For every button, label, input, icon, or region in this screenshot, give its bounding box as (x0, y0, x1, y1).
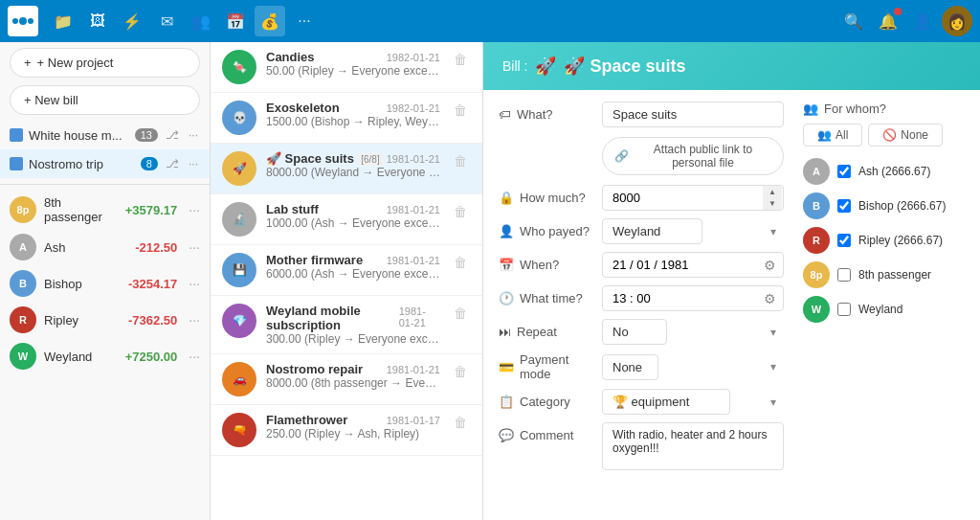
whom-checkbox-ripley[interactable] (837, 234, 851, 247)
repeat-wrapper: No Daily Weekly Monthly Yearly (602, 319, 784, 345)
bill-info-lab-stuff: Lab stuff 1981-01-21 1000.00 (Ash → Ever… (266, 202, 440, 230)
bill-delete-exoskeleton[interactable]: 🗑 (450, 101, 471, 120)
bill-item-exoskeleton[interactable]: 💀 Exoskeleton 1982-01-21 1500.00 (Bishop… (211, 93, 482, 144)
sidebar-item-nostromo[interactable]: Nostromo trip 8 ⎇ ··· (0, 149, 210, 178)
nav-activity-icon[interactable]: ⚡ (117, 6, 147, 36)
bill-delete-candies[interactable]: 🗑 (450, 50, 471, 69)
repeat-select[interactable]: No Daily Weekly Monthly Yearly (602, 319, 667, 345)
bill-item-weyland-mobile[interactable]: 💎 Weyland mobile subscription 1981-01-21… (211, 296, 482, 354)
bill-delete-flamethrower[interactable]: 🗑 (450, 413, 471, 432)
bill-delete-mother-firmware[interactable]: 🗑 (450, 253, 471, 272)
nav-contacts-icon[interactable]: 👥 (186, 6, 216, 36)
none-button[interactable]: 🚫 None (868, 124, 943, 147)
form-row-time: 🕐 What time? ⚙ (499, 285, 784, 311)
nav-calendar-icon[interactable]: 📅 (220, 6, 251, 36)
bill-desc-lab-stuff: 1000.00 (Ash → Everyone except Bishop ..… (266, 216, 440, 230)
bill-info-nostromo-repair: Nostromo repair 1981-01-21 8000.00 (8th … (266, 362, 440, 390)
category-label: 📋 Category (499, 395, 594, 409)
payer-wrapper: Weyland Ash Bishop Ripley 8th passenger (602, 218, 784, 244)
bill-delete-weyland-mobile[interactable]: 🗑 (450, 304, 471, 323)
bill-item-nostromo-repair[interactable]: 🚗 Nostromo repair 1981-01-21 8000.00 (8t… (211, 354, 482, 405)
comment-textarea[interactable]: With radio, heater and 2 hours oxygen!!! (602, 422, 784, 470)
whom-checkbox-ash[interactable] (837, 165, 851, 178)
more-icon-ash[interactable]: ··· (189, 239, 200, 255)
nav-mail-icon[interactable]: ✉ (151, 6, 182, 36)
bill-item-space-suits[interactable]: 🚀 🚀 Space suits [6/8]1981-01-21 8000.00 … (211, 144, 482, 194)
user-avatar[interactable]: 👩 (942, 6, 972, 36)
form-row-payment-mode: 💳 Payment mode None Cash Check Card (499, 352, 784, 381)
bill-date-space-suits: [6/8]1981-01-21 (358, 153, 440, 165)
member-item-weyland[interactable]: W Weyland +7250.00 ··· (0, 338, 210, 374)
how-much-input[interactable] (602, 185, 784, 211)
payment-mode-select[interactable]: None Cash Check Card (602, 354, 658, 380)
bill-title-weyland-mobile: Weyland mobile subscription (266, 304, 399, 332)
member-item-bishop[interactable]: B Bishop -3254.17 ··· (0, 265, 210, 302)
bill-desc-mother-firmware: 6000.00 (Ash → Everyone except Bishop ..… (266, 267, 440, 281)
bill-title-space-suits: 🚀 Space suits (266, 151, 354, 166)
time-wrapper: ⚙ (602, 285, 784, 311)
member-balance-ash: -212.50 (135, 240, 177, 255)
bill-delete-space-suits[interactable]: 🗑 (450, 151, 471, 170)
bill-date-nostromo-repair: 1981-01-21 (387, 364, 440, 375)
new-bill-label: + New bill (24, 93, 78, 107)
member-item-ash[interactable]: A Ash -212.50 ··· (0, 229, 210, 265)
form-row-category: 📋 Category 🏆 equipment 🍔 food 🏨 accommod… (499, 389, 784, 415)
share-icon-white-house[interactable]: ⎇ (164, 126, 181, 144)
lock-icon: 🔒 (499, 191, 514, 205)
member-item-8th-passenger[interactable]: 8p 8th passenger +3579.17 ··· (0, 191, 210, 229)
new-project-button[interactable]: + + New project (10, 48, 200, 78)
project-color-nostromo (10, 157, 23, 170)
nav-photos-icon[interactable]: 🖼 (82, 6, 113, 36)
bill-desc-exoskeleton: 1500.00 (Bishop → Ripley, Weyland) (266, 115, 440, 128)
bill-item-flamethrower[interactable]: 🔫 Flamethrower 1981-01-17 250.00 (Ripley… (211, 405, 482, 456)
all-button[interactable]: 👥 All (803, 124, 862, 147)
project-name-white-house: White house m... (29, 128, 129, 143)
bill-delete-lab-stuff[interactable]: 🗑 (450, 202, 471, 221)
bill-date-flamethrower: 1981-01-17 (387, 415, 440, 426)
app-logo[interactable] (8, 6, 38, 36)
whom-checkbox-bishop[interactable] (837, 199, 851, 213)
member-item-ripley[interactable]: R Ripley -7362.50 ··· (0, 302, 210, 338)
bill-item-mother-firmware[interactable]: 💾 Mother firmware 1981-01-21 6000.00 (As… (211, 245, 482, 296)
notification-icon[interactable]: 🔔 (873, 6, 903, 36)
bill-item-lab-stuff[interactable]: 🔬 Lab stuff 1981-01-21 1000.00 (Ash → Ev… (211, 194, 482, 245)
amount-spinners: ▲ ▼ (763, 186, 782, 210)
when-wrapper: ⚙ (602, 252, 784, 278)
more-icon-ripley[interactable]: ··· (189, 312, 200, 328)
amount-down-button[interactable]: ▼ (763, 198, 782, 211)
share-icon-nostromo[interactable]: ⎇ (164, 155, 181, 172)
new-bill-button[interactable]: + New bill (10, 85, 200, 115)
more-icon-white-house[interactable]: ··· (187, 126, 200, 144)
what-input[interactable] (602, 102, 784, 127)
more-icon-nostromo[interactable]: ··· (187, 155, 200, 172)
nav-more-icon[interactable]: ··· (289, 6, 320, 36)
bill-delete-nostromo-repair[interactable]: 🗑 (450, 362, 471, 381)
category-icon: 📋 (499, 395, 514, 409)
bill-item-candies[interactable]: 🍬 Candies 1982-01-21 50.00 (Ripley → Eve… (211, 42, 482, 93)
whom-checkbox-8th-passenger[interactable] (837, 268, 851, 282)
member-name-8th-passenger: 8th passenger (44, 195, 118, 224)
more-icon-bishop[interactable]: ··· (189, 276, 200, 291)
when-input[interactable] (602, 252, 784, 278)
repeat-label: ⏭ Repeat (499, 325, 594, 339)
time-input[interactable] (602, 285, 784, 311)
project-list: White house m... 13 ⎇ ··· Nostromo trip … (0, 117, 210, 182)
member-name-ash: Ash (44, 240, 127, 255)
tag-icon: 🏷 (499, 107, 511, 122)
nav-files-icon[interactable]: 📁 (48, 6, 78, 36)
bill-desc-weyland-mobile: 300.00 (Ripley → Everyone except Weyla..… (266, 332, 440, 346)
attach-button[interactable]: 🔗 Attach public link to personal file (602, 137, 784, 175)
nav-money-icon[interactable]: 💰 (255, 6, 285, 36)
project-badge-nostromo: 8 (141, 157, 158, 170)
sidebar-divider (0, 184, 210, 185)
category-select[interactable]: 🏆 equipment 🍔 food 🏨 accommodation 🚗 tra… (602, 389, 730, 415)
amount-up-button[interactable]: ▲ (763, 186, 782, 198)
search-icon[interactable]: 🔍 (838, 6, 869, 36)
bill-date-mother-firmware: 1981-01-21 (387, 255, 440, 266)
more-icon-8th-passenger[interactable]: ··· (189, 202, 200, 217)
whom-checkbox-weyland[interactable] (837, 303, 851, 316)
more-icon-weyland[interactable]: ··· (189, 349, 200, 364)
sidebar-item-white-house[interactable]: White house m... 13 ⎇ ··· (0, 121, 210, 149)
settings-icon[interactable]: 👤 (907, 6, 938, 36)
payer-select[interactable]: Weyland Ash Bishop Ripley 8th passenger (602, 218, 702, 244)
